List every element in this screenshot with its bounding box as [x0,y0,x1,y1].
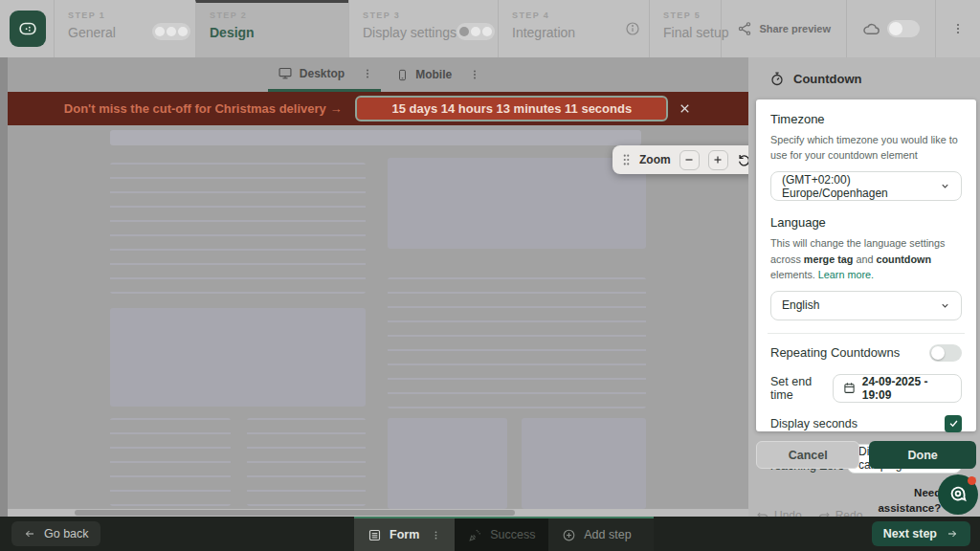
end-time-value: 24-09-2025 - 19:09 [862,375,951,402]
skeleton-text-left-col-a [110,418,231,506]
step-title: Design [210,25,348,40]
skeleton-text-right [388,277,646,408]
tab-form-label: Form [390,528,419,541]
step-label: STEP 2 [210,11,348,20]
next-step-label: Next step [883,527,937,540]
step-2-design[interactable]: STEP 2 Design [195,0,348,57]
monitor-icon [278,66,293,80]
campaign-editor: STEP 1 General STEP 2 Design STEP 3 Disp… [0,0,980,551]
step-label: STEP 4 [512,11,649,20]
repeating-countdowns-toggle[interactable] [929,344,962,362]
skeleton-image-right [388,158,646,249]
skeleton-image-left [110,308,366,407]
set-end-time-label: Set end time [770,375,833,402]
next-step-button[interactable]: Next step [872,521,970,546]
cloud-icon [862,20,880,38]
timezone-select[interactable]: (GMT+02:00) Europe/Copenhagen [770,171,962,201]
add-step-label: Add step [584,528,631,541]
canvas-left-gutter [0,57,8,517]
mobile-options-button[interactable] [461,57,488,92]
step-3-progress-dots [457,23,495,40]
stopwatch-icon [769,71,785,87]
share-icon [737,21,752,36]
share-preview-label: Share preview [759,23,831,34]
step-4-integration[interactable]: STEP 4 Integration [498,0,649,57]
display-seconds-label: Display seconds [770,417,858,430]
bottombar: Go back Form [0,517,980,551]
zoom-out-button[interactable] [679,150,700,170]
topbar-menu-button[interactable] [935,0,980,57]
topbar: STEP 1 General STEP 2 Design STEP 3 Disp… [0,0,980,57]
party-popper-icon [468,528,482,542]
desktop-options-button[interactable] [354,57,381,92]
phone-icon [396,68,409,82]
horizontal-scrollbar[interactable] [8,509,748,517]
language-description: This will change the language settings a… [770,235,962,282]
arrow-right-icon [946,528,959,540]
timezone-value: (GMT+02:00) Europe/Copenhagen [782,173,940,200]
drag-handle-icon[interactable] [622,153,631,166]
language-label: Language [770,215,962,230]
tab-desktop[interactable]: Desktop [268,57,354,92]
step-3-display-settings[interactable]: STEP 3 Display settings [348,0,498,57]
share-preview-button[interactable]: Share preview [721,0,846,57]
logo-bubble-icon [17,18,38,39]
skeleton-card-right-b [522,418,646,509]
go-back-button[interactable]: Go back [11,521,100,546]
countdown-settings-panel: Countdown Timezone Specify which timezon… [748,57,980,517]
calendar-icon [843,382,856,394]
end-time-input[interactable]: 24-09-2025 - 19:09 [833,374,962,403]
skeleton-header-bar [110,130,641,145]
plus-circle-icon [562,528,576,542]
step-1-general[interactable]: STEP 1 General [54,0,195,57]
app-logo[interactable] [10,11,46,47]
repeating-countdowns-label: Repeating Countdowns [770,345,900,360]
step-1-progress-dots [152,23,190,40]
banner-message[interactable]: Don't miss the cut-off for Christmas del… [64,101,343,116]
zoom-label: Zoom [639,153,671,166]
learn-more-link[interactable]: Learn more. [818,269,874,280]
info-icon[interactable] [625,21,640,36]
tab-mobile-label: Mobile [415,68,452,81]
chat-widget-button[interactable] [938,474,978,515]
done-button[interactable]: Done [869,441,976,469]
zoom-in-button[interactable] [708,150,728,170]
form-icon [368,528,382,542]
tab-desktop-label: Desktop [300,67,345,80]
tab-mobile[interactable]: Mobile [387,57,461,92]
timezone-label: Timezone [770,112,962,126]
tab-success-label: Success [490,528,535,541]
promo-banner: Don't miss the cut-off for Christmas del… [8,92,748,125]
arrow-left-icon [23,528,36,540]
chevron-down-icon [940,181,950,191]
step-tabs: Form Success [354,517,654,551]
chat-bubble-icon [947,484,969,505]
tab-form[interactable]: Form [354,518,455,551]
cancel-button[interactable]: Cancel [756,441,859,469]
countdown-settings-card: Timezone Specify which timezone you woul… [756,99,976,431]
section-divider [768,333,965,334]
zoom-reset-button[interactable] [737,153,748,167]
skeleton-text-left-col-b [247,418,366,506]
timezone-description: Specify which timezone you would like to… [770,132,962,163]
assistance-title: Need assistance? [878,485,941,516]
device-tabs: Desktop Mobile [8,57,748,92]
zoom-toolbar: Zoom [612,145,748,174]
language-value: English [782,298,819,312]
skeleton-card-right-a [388,418,507,509]
form-options-button[interactable] [427,529,441,541]
notification-dot [968,476,976,485]
banner-close-icon[interactable] [678,101,692,116]
language-select[interactable]: English [770,291,962,320]
autosave-control[interactable] [846,0,935,57]
add-step-button[interactable]: Add step [548,518,654,551]
skeleton-text-left [110,163,366,294]
kebab-menu-icon [951,21,965,36]
autosave-toggle[interactable] [887,20,920,37]
step-label: STEP 1 [68,11,195,20]
countdown-element-selected[interactable]: 15 days 14 hours 13 minutes 11 seconds [355,96,668,121]
tab-success[interactable]: Success [455,518,548,551]
display-seconds-checkbox[interactable] [945,415,962,432]
design-canvas: Desktop Mobile Don't miss the cut-off fo… [8,57,748,517]
chevron-down-icon [940,300,950,311]
